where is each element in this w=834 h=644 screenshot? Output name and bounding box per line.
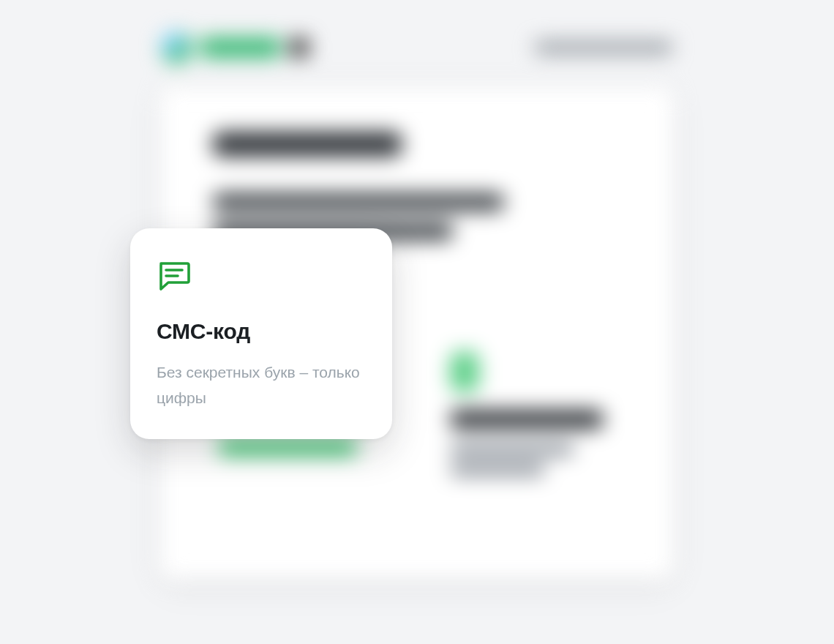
logo-wordmark <box>200 38 281 57</box>
header-link <box>534 41 673 54</box>
blurred-background <box>0 0 834 644</box>
header <box>161 22 673 73</box>
panel-title <box>212 132 402 157</box>
logo <box>161 32 309 63</box>
logo-id-badge <box>290 38 309 57</box>
sms-code-option-card[interactable]: СМС-код Без секретных букв – только цифр… <box>130 228 392 439</box>
option-desc-line <box>450 464 545 476</box>
panel-text-line <box>212 193 505 211</box>
chat-icon <box>157 259 366 294</box>
logo-mark-icon <box>161 32 192 63</box>
footer-link <box>218 439 357 455</box>
option-desc-line <box>450 443 574 455</box>
device-icon <box>450 351 479 392</box>
card-description: Без секретных букв – только цифры <box>157 360 366 411</box>
card-title: СМС-код <box>157 319 366 344</box>
option-card-secondary <box>450 351 640 512</box>
option-title <box>450 410 604 429</box>
